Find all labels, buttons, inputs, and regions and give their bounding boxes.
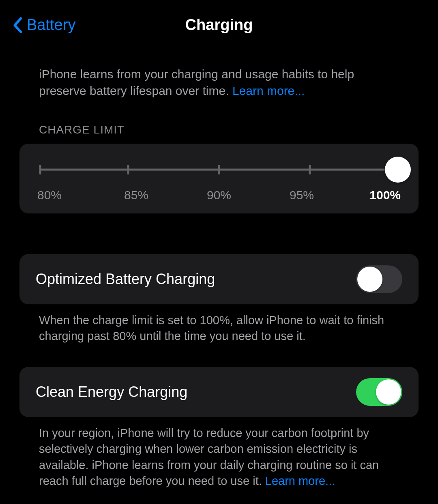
toggle-knob: [376, 379, 401, 405]
charge-limit-header: CHARGE LIMIT: [19, 123, 419, 136]
clean-energy-learn-more-link[interactable]: Learn more...: [265, 474, 335, 487]
slider-tick: [127, 165, 129, 174]
clean-energy-row: Clean Energy Charging: [19, 367, 419, 417]
clean-energy-toggle[interactable]: [356, 378, 402, 406]
chevron-left-icon: [12, 17, 23, 33]
charge-limit-slider[interactable]: [37, 162, 401, 178]
slider-tick: [309, 165, 311, 174]
slider-label-80: 80%: [37, 188, 70, 202]
toggle-knob: [357, 267, 382, 292]
page-title: Charging: [185, 16, 253, 34]
slider-tick: [39, 165, 41, 174]
intro-learn-more-link[interactable]: Learn more...: [232, 84, 305, 97]
optimized-charging-row: Optimized Battery Charging: [19, 254, 419, 304]
optimized-charging-toggle[interactable]: [356, 265, 402, 293]
back-label: Battery: [27, 16, 75, 34]
clean-energy-description: In your region, iPhone will try to reduc…: [19, 417, 419, 489]
optimized-charging-label: Optimized Battery Charging: [36, 271, 215, 288]
back-button[interactable]: Battery: [12, 16, 75, 34]
charge-limit-slider-container: 80% 85% 90% 95% 100%: [19, 144, 419, 213]
optimized-charging-description: When the charge limit is set to 100%, al…: [19, 304, 419, 344]
content: iPhone learns from your charging and usa…: [0, 42, 438, 489]
intro-description: iPhone learns from your charging and usa…: [19, 66, 419, 99]
nav-bar: Battery Charging: [0, 0, 438, 42]
slider-labels: 80% 85% 90% 95% 100%: [37, 188, 401, 202]
clean-energy-label: Clean Energy Charging: [36, 383, 187, 401]
intro-text: iPhone learns from your charging and usa…: [39, 67, 354, 97]
slider-label-85: 85%: [120, 188, 152, 202]
slider-label-90: 90%: [203, 188, 235, 202]
slider-thumb[interactable]: [385, 157, 411, 183]
slider-label-95: 95%: [286, 188, 318, 202]
slider-tick: [218, 165, 220, 174]
slider-label-100: 100%: [368, 188, 401, 202]
